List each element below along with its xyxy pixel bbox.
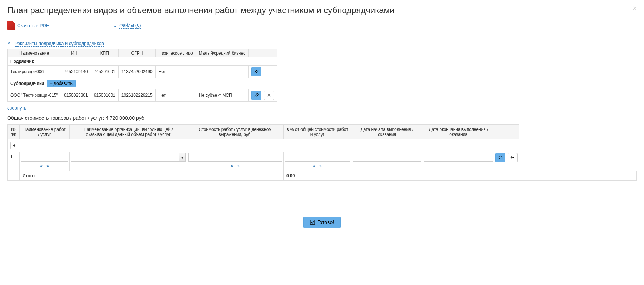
col-ogrn: ОГРН xyxy=(118,49,155,57)
subcontractors-label: Субподрядчики xyxy=(10,81,44,86)
org-select-input[interactable] xyxy=(71,153,186,162)
nav-next[interactable]: » xyxy=(46,163,49,168)
col-row-actions xyxy=(494,125,519,139)
chevron-up-icon: ⌃ xyxy=(7,41,11,47)
work-name-nav: « » xyxy=(21,162,68,170)
col-cost: Стоимость работ / услуг в денежном выраж… xyxy=(187,125,284,139)
save-icon xyxy=(498,156,503,160)
col-phys: Физическое лицо xyxy=(155,49,196,57)
total-value: 0.00 xyxy=(284,171,351,181)
nav-next[interactable]: » xyxy=(319,163,322,168)
requisites-toggle[interactable]: ⌃ Реквизиты подрядчика и субподрядчиков xyxy=(7,41,637,46)
total-summary: Общая стоимость товаров / работ / услуг:… xyxy=(7,115,637,121)
dropdown-toggle[interactable]: ▾ xyxy=(179,153,185,161)
works-table: № п/п Наименование работ / услуг Наимено… xyxy=(7,124,637,181)
contractor-name: Тестировщик006 xyxy=(8,66,61,78)
col-smb: Малый/средний бизнес xyxy=(196,49,248,57)
edit-subcontractor-button[interactable] xyxy=(251,91,261,100)
col-work: Наименование работ / услуг xyxy=(20,125,70,139)
work-row: 1 « » ▾ « » « » xyxy=(8,152,637,171)
sub-kpp: 615001001 xyxy=(91,89,118,102)
done-label: Готово! xyxy=(317,219,334,225)
col-name: Наименование xyxy=(8,49,61,57)
download-pdf-label: Скачать в PDF xyxy=(17,23,49,28)
col-start: Дата начала выполнения / оказания xyxy=(351,125,423,139)
col-actions xyxy=(249,49,277,57)
cost-nav: « » xyxy=(188,162,282,170)
check-icon xyxy=(310,220,315,225)
sub-inn: 6150023801 xyxy=(61,89,91,102)
download-pdf-link[interactable]: Скачать в PDF xyxy=(7,21,49,30)
col-kpp: КПП xyxy=(91,49,118,57)
files-toggle[interactable]: ⌄ Файлы (0) xyxy=(113,21,141,30)
pct-input[interactable] xyxy=(285,153,350,162)
work-name-input[interactable] xyxy=(21,153,68,162)
pencil-icon xyxy=(254,93,259,97)
pct-nav: « » xyxy=(285,162,350,170)
page-title: План распределения видов и объемов выпол… xyxy=(7,5,637,15)
undo-icon xyxy=(510,156,515,160)
contractor-inn: 7452109140 xyxy=(61,66,91,78)
requisites-label: Реквизиты подрядчика и субподрядчиков xyxy=(15,41,104,47)
nav-next[interactable]: » xyxy=(237,163,240,168)
nav-prev[interactable]: « xyxy=(40,163,43,168)
add-subcontractor-label: Добавить xyxy=(54,81,73,86)
chevron-down-icon: ⌄ xyxy=(113,23,117,28)
sub-phys: Нет xyxy=(155,89,196,102)
col-org: Наименование организации, выполняющей / … xyxy=(70,125,187,139)
collapse-link[interactable]: свернуть xyxy=(7,105,26,111)
col-end: Дата окончания выполнения / оказания xyxy=(423,125,494,139)
files-label: Файлы (0) xyxy=(119,22,141,29)
nav-prev[interactable]: « xyxy=(231,163,233,168)
sub-ogrn: 1026102226215 xyxy=(118,89,155,102)
col-num: № п/п xyxy=(8,125,20,139)
add-work-row-button[interactable]: + xyxy=(10,142,18,149)
pencil-icon xyxy=(254,70,259,74)
add-subcontractor-button[interactable]: + Добавить xyxy=(47,80,76,87)
svg-rect-0 xyxy=(310,220,315,224)
contractor-kpp: 745201001 xyxy=(91,66,118,78)
total-row: Итого 0.00 xyxy=(8,171,637,181)
save-row-button[interactable] xyxy=(495,153,505,162)
date-start-input[interactable] xyxy=(353,153,421,162)
plus-icon: + xyxy=(50,81,53,86)
row-number: 1 xyxy=(8,152,20,181)
requisites-table: Наименование ИНН КПП ОГРН Физическое лиц… xyxy=(7,49,277,102)
col-pct: в % от общей стоимости работ и услуг xyxy=(284,125,351,139)
contractor-row: Тестировщик006 7452109140 745201001 1137… xyxy=(8,66,277,78)
col-inn: ИНН xyxy=(61,49,91,57)
date-end-input[interactable] xyxy=(424,153,493,162)
sub-smb: Не субъект МСП xyxy=(196,89,248,102)
cost-input[interactable] xyxy=(188,153,282,162)
contractor-phys: Нет xyxy=(155,66,196,78)
done-button[interactable]: Готово! xyxy=(303,217,341,228)
subcontractors-header: Субподрядчики + Добавить xyxy=(8,78,277,89)
pdf-icon xyxy=(7,21,15,30)
sub-name: ООО "Тестировщик015" xyxy=(8,89,61,102)
delete-subcontractor-button[interactable] xyxy=(264,91,274,100)
close-icon xyxy=(267,93,271,97)
undo-row-button[interactable] xyxy=(508,153,518,162)
contractor-ogrn: 1137452002490 xyxy=(118,66,155,78)
nav-prev[interactable]: « xyxy=(313,163,315,168)
edit-contractor-button[interactable] xyxy=(251,67,261,76)
total-label: Итого xyxy=(20,171,284,181)
contractor-header: Подрядчик xyxy=(8,57,277,66)
contractor-smb: ----- xyxy=(196,66,248,78)
subcontractor-row: ООО "Тестировщик015" 6150023801 61500100… xyxy=(8,89,277,102)
close-icon[interactable]: × xyxy=(633,4,637,12)
